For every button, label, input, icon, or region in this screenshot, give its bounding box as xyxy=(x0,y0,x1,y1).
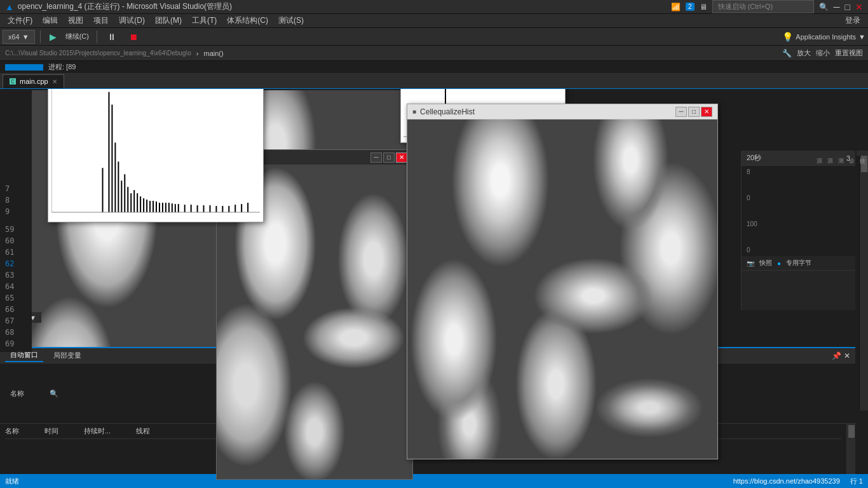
right-text-labels: 统计 诊 测 源 源 xyxy=(857,151,868,156)
svg-rect-25 xyxy=(191,205,192,212)
svg-rect-10 xyxy=(137,193,138,212)
status-line: 行 1 xyxy=(850,477,863,486)
heap-icon: ● xyxy=(777,260,781,267)
locals-tab[interactable]: 局部变量 xyxy=(48,349,86,362)
line-7: 7 xyxy=(5,183,29,194)
chart-time-label: 20秒 xyxy=(747,153,761,163)
col-name: 名称 xyxy=(10,389,24,398)
search-icon[interactable]: 🔍 xyxy=(819,3,829,11)
app-insights-icon: 💡 xyxy=(782,32,793,42)
progress-fill xyxy=(5,64,43,71)
title-bar: ▲ opencv_learning_4 (正在运行) - Microsoft V… xyxy=(0,0,868,14)
tab-close-icon[interactable]: ✕ xyxy=(52,78,57,85)
svg-rect-32 xyxy=(234,205,236,212)
heap-label: 专用字节 xyxy=(786,259,811,268)
cell-close[interactable]: ✕ xyxy=(701,107,712,117)
menu-edit[interactable]: 编辑 xyxy=(37,14,63,27)
svg-rect-12 xyxy=(143,198,144,212)
reset-view-btn[interactable]: 重置视图 xyxy=(835,48,863,58)
svg-rect-33 xyxy=(241,204,242,212)
continue-label[interactable]: 继续(C) xyxy=(63,32,92,41)
toolbar2-tools-icon: 🔧 xyxy=(782,49,792,58)
svg-rect-24 xyxy=(184,205,186,212)
title-text: opencv_learning_4 (正在运行) - Microsoft Vis… xyxy=(18,1,232,12)
menu-test[interactable]: 测试(S) xyxy=(273,14,309,27)
second-maximize[interactable]: □ xyxy=(383,152,395,163)
line-numbers: 7 8 9 59 60 61 62 63 64 65 66 67 68 69 xyxy=(0,180,32,352)
scrollbar-right[interactable] xyxy=(859,151,868,410)
tab-icon: 🅲 xyxy=(10,78,16,85)
svg-rect-30 xyxy=(222,206,223,212)
zoom-in-btn[interactable]: 放大 xyxy=(797,48,811,58)
chart-area: 📷 快照 ● 专用字节 xyxy=(742,256,855,310)
svg-rect-4 xyxy=(118,161,119,212)
svg-rect-9 xyxy=(133,190,135,212)
cell-titlebar: ■ CellequalizeHist ─ □ ✕ xyxy=(407,104,717,119)
cell-icon: ■ xyxy=(412,108,416,115)
snapshot-row: 📷 快照 ● 专用字节 xyxy=(742,256,855,271)
app-insights-label[interactable]: Application Insights xyxy=(796,33,856,41)
pause-btn[interactable]: ⏸ xyxy=(102,30,121,44)
diag-search-icon[interactable]: 🔍 xyxy=(50,390,58,398)
svg-rect-18 xyxy=(162,203,163,212)
svg-rect-8 xyxy=(130,193,132,212)
menu-view[interactable]: 视图 xyxy=(63,14,88,27)
svg-rect-3 xyxy=(114,142,116,212)
second-minimize[interactable]: ─ xyxy=(370,152,382,163)
bottom-scrollbar[interactable] xyxy=(846,424,855,474)
menu-file[interactable]: 文件(F) xyxy=(3,14,37,27)
sep2 xyxy=(97,30,97,43)
line-66: 66 xyxy=(5,304,29,315)
tab-main-cpp[interactable]: 🅲 main.cpp ✕ xyxy=(3,74,64,88)
second-close[interactable]: ✕ xyxy=(396,152,407,163)
menu-arch[interactable]: 体系结构(C) xyxy=(222,14,273,27)
panel-pin-icon[interactable]: 📌 xyxy=(832,351,841,360)
status-text: 就绪 xyxy=(5,477,19,486)
stop-btn[interactable]: ⏹ xyxy=(124,30,143,44)
svg-rect-14 xyxy=(149,201,151,212)
chart-labels: 8 0 100 0 xyxy=(742,166,855,256)
svg-rect-2 xyxy=(111,105,112,212)
menu-team[interactable]: 团队(M) xyxy=(150,14,187,27)
diag-col-thread: 线程 xyxy=(136,426,150,436)
menu-debug[interactable]: 调试(D) xyxy=(114,14,150,27)
bottom-scroll-thumb[interactable] xyxy=(848,425,855,438)
continue-btn[interactable]: ▶ xyxy=(46,32,60,42)
debug-target-btn[interactable]: x64 ▼ xyxy=(3,30,35,44)
toolbar: x64 ▼ ▶ 继续(C) ⏸ ⏹ 💡 Application Insights… xyxy=(0,28,868,46)
line-62: 62 xyxy=(5,258,29,269)
login-btn[interactable]: 登录 xyxy=(840,14,865,27)
svg-rect-16 xyxy=(156,201,157,212)
svg-rect-21 xyxy=(172,203,173,212)
monitor-icon: 🖥 xyxy=(700,3,707,11)
progress-area: 进程: [89 xyxy=(0,61,868,74)
quick-launch-input[interactable]: 快速启动 (Ctrl+Q) xyxy=(712,0,814,13)
zoom-out-btn[interactable]: 缩小 xyxy=(816,48,830,58)
panel-close-icon[interactable]: ✕ xyxy=(844,351,850,360)
chart-header: 20秒 3 xyxy=(742,151,855,166)
toolbar2-scope: main() xyxy=(203,50,223,57)
scroll-thumb[interactable] xyxy=(861,153,867,172)
debug-target-label: x64 xyxy=(8,33,20,41)
svg-rect-23 xyxy=(178,204,179,212)
menu-project[interactable]: 项目 xyxy=(88,14,114,27)
line-67: 67 xyxy=(5,315,29,327)
cell-window: ■ CellequalizeHist ─ □ ✕ xyxy=(407,104,718,459)
restore-btn[interactable]: □ xyxy=(845,2,850,12)
wifi-icon: 📶 xyxy=(671,3,681,11)
right-chart-panel: 20秒 3 8 0 100 0 📷 快照 ● 专用字节 xyxy=(741,151,855,310)
app-insights-dropdown[interactable]: ▼ xyxy=(858,33,865,41)
network-badge: 2 xyxy=(686,3,695,11)
snapshot-label[interactable]: 快照 xyxy=(759,259,772,268)
svg-rect-1 xyxy=(108,92,109,212)
cell-minimize[interactable]: ─ xyxy=(675,107,687,117)
line-63: 63 xyxy=(5,269,29,281)
svg-rect-6 xyxy=(124,174,125,212)
sep1 xyxy=(40,30,41,43)
close-btn[interactable]: ✕ xyxy=(855,2,863,12)
svg-rect-20 xyxy=(168,203,170,212)
snapshot-icon[interactable]: 📷 xyxy=(747,260,754,267)
cell-maximize[interactable]: □ xyxy=(688,107,700,117)
minimize-btn[interactable]: ─ xyxy=(834,2,840,12)
menu-tools[interactable]: 工具(T) xyxy=(187,14,222,27)
